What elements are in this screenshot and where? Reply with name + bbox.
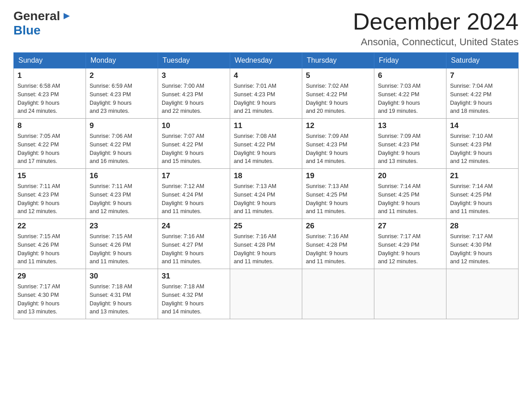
weekday-header-tuesday: Tuesday: [158, 53, 230, 68]
day-number: 26: [306, 222, 370, 231]
day-info: Sunrise: 7:16 AMSunset: 4:28 PMDaylight:…: [306, 232, 370, 266]
day-number: 24: [162, 222, 226, 231]
calendar-week-2: 8Sunrise: 7:05 AMSunset: 4:22 PMDaylight…: [14, 119, 519, 169]
calendar-table: SundayMondayTuesdayWednesdayThursdayFrid…: [13, 52, 519, 319]
calendar-cell: 15Sunrise: 7:11 AMSunset: 4:23 PMDayligh…: [14, 169, 86, 219]
day-number: 2: [90, 71, 154, 80]
day-number: 10: [162, 121, 226, 130]
calendar-cell: 25Sunrise: 7:16 AMSunset: 4:28 PMDayligh…: [230, 219, 302, 269]
calendar-cell: 20Sunrise: 7:14 AMSunset: 4:25 PMDayligh…: [374, 169, 446, 219]
day-info: Sunrise: 7:10 AMSunset: 4:23 PMDaylight:…: [450, 132, 515, 166]
day-number: 4: [234, 71, 298, 80]
day-info: Sunrise: 7:17 AMSunset: 4:30 PMDaylight:…: [450, 232, 515, 266]
calendar-cell: 9Sunrise: 7:06 AMSunset: 4:22 PMDaylight…: [86, 119, 158, 169]
day-number: 23: [90, 222, 154, 231]
day-info: Sunrise: 7:00 AMSunset: 4:23 PMDaylight:…: [162, 82, 226, 116]
title-block: December 2024 Ansonia, Connecticut, Unit…: [353, 9, 519, 48]
day-info: Sunrise: 7:05 AMSunset: 4:22 PMDaylight:…: [17, 132, 82, 166]
calendar-cell: 6Sunrise: 7:03 AMSunset: 4:22 PMDaylight…: [374, 68, 446, 119]
svg-marker-0: [64, 13, 70, 19]
day-info: Sunrise: 7:09 AMSunset: 4:23 PMDaylight:…: [306, 132, 370, 166]
day-info: Sunrise: 7:06 AMSunset: 4:22 PMDaylight:…: [90, 132, 154, 166]
calendar-cell: 13Sunrise: 7:09 AMSunset: 4:23 PMDayligh…: [374, 119, 446, 169]
day-info: Sunrise: 7:17 AMSunset: 4:30 PMDaylight:…: [17, 283, 82, 316]
calendar-cell: 26Sunrise: 7:16 AMSunset: 4:28 PMDayligh…: [302, 219, 374, 269]
day-number: 14: [450, 121, 515, 130]
day-info: Sunrise: 7:04 AMSunset: 4:22 PMDaylight:…: [450, 82, 515, 116]
month-title: December 2024: [353, 9, 519, 34]
day-info: Sunrise: 6:59 AMSunset: 4:23 PMDaylight:…: [90, 82, 154, 116]
day-number: 18: [234, 171, 298, 180]
day-info: Sunrise: 7:15 AMSunset: 4:26 PMDaylight:…: [90, 232, 154, 266]
day-number: 16: [90, 171, 154, 180]
day-number: 8: [17, 121, 82, 130]
day-number: 30: [90, 272, 154, 281]
day-number: 17: [162, 171, 226, 180]
weekday-header-saturday: Saturday: [446, 53, 519, 68]
calendar-cell: 24Sunrise: 7:16 AMSunset: 4:27 PMDayligh…: [158, 219, 230, 269]
day-number: 29: [17, 272, 82, 281]
calendar-cell: 23Sunrise: 7:15 AMSunset: 4:26 PMDayligh…: [86, 219, 158, 269]
calendar-cell: 18Sunrise: 7:13 AMSunset: 4:24 PMDayligh…: [230, 169, 302, 219]
weekday-header-thursday: Thursday: [302, 53, 374, 68]
logo: General Blue: [13, 9, 72, 38]
calendar-cell: 10Sunrise: 7:07 AMSunset: 4:22 PMDayligh…: [158, 119, 230, 169]
day-number: 27: [378, 222, 442, 231]
day-info: Sunrise: 7:14 AMSunset: 4:25 PMDaylight:…: [378, 182, 442, 216]
day-number: 28: [450, 222, 515, 231]
calendar-cell: 16Sunrise: 7:11 AMSunset: 4:23 PMDayligh…: [86, 169, 158, 219]
calendar-cell: 12Sunrise: 7:09 AMSunset: 4:23 PMDayligh…: [302, 119, 374, 169]
day-number: 22: [17, 222, 82, 231]
weekday-header-row: SundayMondayTuesdayWednesdayThursdayFrid…: [14, 53, 519, 68]
calendar-cell: 3Sunrise: 7:00 AMSunset: 4:23 PMDaylight…: [158, 68, 230, 119]
day-info: Sunrise: 7:07 AMSunset: 4:22 PMDaylight:…: [162, 132, 226, 166]
calendar-cell: 1Sunrise: 6:58 AMSunset: 4:23 PMDaylight…: [14, 68, 86, 119]
calendar-cell: 7Sunrise: 7:04 AMSunset: 4:22 PMDaylight…: [446, 68, 519, 119]
day-info: Sunrise: 7:13 AMSunset: 4:25 PMDaylight:…: [306, 182, 370, 216]
day-info: Sunrise: 7:12 AMSunset: 4:24 PMDaylight:…: [162, 182, 226, 216]
calendar-cell: 19Sunrise: 7:13 AMSunset: 4:25 PMDayligh…: [302, 169, 374, 219]
calendar-cell: 4Sunrise: 7:01 AMSunset: 4:23 PMDaylight…: [230, 68, 302, 119]
day-number: 20: [378, 171, 442, 180]
day-info: Sunrise: 7:09 AMSunset: 4:23 PMDaylight:…: [378, 132, 442, 166]
calendar-cell: [302, 269, 374, 319]
calendar-cell: 22Sunrise: 7:15 AMSunset: 4:26 PMDayligh…: [14, 219, 86, 269]
day-info: Sunrise: 7:16 AMSunset: 4:27 PMDaylight:…: [162, 232, 226, 266]
day-number: 31: [162, 272, 226, 281]
day-number: 3: [162, 71, 226, 80]
day-number: 19: [306, 171, 370, 180]
calendar-cell: 30Sunrise: 7:18 AMSunset: 4:31 PMDayligh…: [86, 269, 158, 319]
calendar-cell: 5Sunrise: 7:02 AMSunset: 4:22 PMDaylight…: [302, 68, 374, 119]
calendar-cell: 8Sunrise: 7:05 AMSunset: 4:22 PMDaylight…: [14, 119, 86, 169]
calendar-cell: 28Sunrise: 7:17 AMSunset: 4:30 PMDayligh…: [446, 219, 519, 269]
day-number: 9: [90, 121, 154, 130]
day-number: 15: [17, 171, 82, 180]
day-info: Sunrise: 7:18 AMSunset: 4:32 PMDaylight:…: [162, 283, 226, 316]
calendar-week-4: 22Sunrise: 7:15 AMSunset: 4:26 PMDayligh…: [14, 219, 519, 269]
weekday-header-wednesday: Wednesday: [230, 53, 302, 68]
day-info: Sunrise: 7:14 AMSunset: 4:25 PMDaylight:…: [450, 182, 515, 216]
day-info: Sunrise: 7:02 AMSunset: 4:22 PMDaylight:…: [306, 82, 370, 116]
day-info: Sunrise: 7:18 AMSunset: 4:31 PMDaylight:…: [90, 283, 154, 316]
calendar-cell: 21Sunrise: 7:14 AMSunset: 4:25 PMDayligh…: [446, 169, 519, 219]
day-number: 13: [378, 121, 442, 130]
calendar-week-3: 15Sunrise: 7:11 AMSunset: 4:23 PMDayligh…: [14, 169, 519, 219]
logo-arrow-icon: [61, 11, 72, 21]
day-info: Sunrise: 7:03 AMSunset: 4:22 PMDaylight:…: [378, 82, 442, 116]
calendar-cell: 31Sunrise: 7:18 AMSunset: 4:32 PMDayligh…: [158, 269, 230, 319]
day-number: 21: [450, 171, 515, 180]
calendar-cell: 29Sunrise: 7:17 AMSunset: 4:30 PMDayligh…: [14, 269, 86, 319]
calendar-cell: 27Sunrise: 7:17 AMSunset: 4:29 PMDayligh…: [374, 219, 446, 269]
calendar-cell: 17Sunrise: 7:12 AMSunset: 4:24 PMDayligh…: [158, 169, 230, 219]
page-header: General Blue December 2024 Ansonia, Conn…: [13, 9, 519, 48]
day-info: Sunrise: 7:11 AMSunset: 4:23 PMDaylight:…: [90, 182, 154, 216]
weekday-header-monday: Monday: [86, 53, 158, 68]
weekday-header-friday: Friday: [374, 53, 446, 68]
calendar-cell: 2Sunrise: 6:59 AMSunset: 4:23 PMDaylight…: [86, 68, 158, 119]
calendar-week-1: 1Sunrise: 6:58 AMSunset: 4:23 PMDaylight…: [14, 68, 519, 119]
logo-blue: Blue: [13, 23, 41, 37]
day-number: 7: [450, 71, 515, 80]
calendar-cell: [230, 269, 302, 319]
day-number: 1: [17, 71, 82, 80]
calendar-week-5: 29Sunrise: 7:17 AMSunset: 4:30 PMDayligh…: [14, 269, 519, 319]
